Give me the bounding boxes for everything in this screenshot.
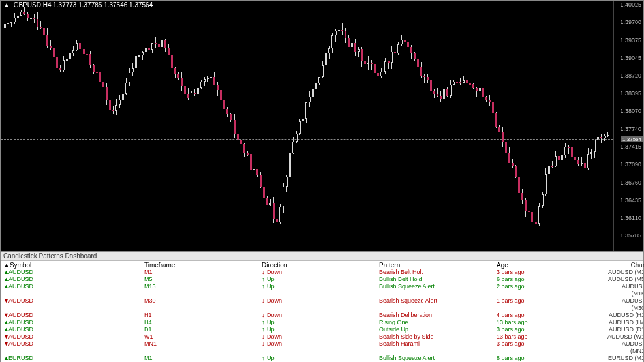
table-row[interactable]: ▲AUDUSDD1↑UpOutside Up3 bars agoAUDUSD (… (1, 326, 643, 333)
cell-direction: Up (267, 319, 275, 325)
app-window: ▲ GBPUSD,H4 1.37773 1.37785 1.37546 1.37… (0, 0, 644, 362)
cell-age: 3 bars ago (497, 326, 607, 333)
row-dir-icon: ▲ (3, 326, 8, 333)
row-dir-icon: ▼ (3, 297, 8, 305)
chart-area[interactable]: ▲ GBPUSD,H4 1.37773 1.37785 1.37546 1.37… (1, 1, 643, 251)
cell-symbol: AUDUSD (8, 269, 33, 275)
cell-chart-link[interactable]: AUDUSD (M5) (607, 276, 643, 283)
table-row[interactable]: ▲EURUSDM1↑UpBullish Squeeze Alert8 bars … (1, 355, 643, 362)
cell-symbol: AUDUSD (8, 283, 33, 290)
cell-direction: Down (267, 333, 282, 340)
table-row[interactable]: ▼AUDUSDW1↓DownBearish Side by Side13 bar… (1, 333, 643, 340)
cell-age: 3 bars ago (497, 269, 607, 276)
cell-timeframe: W1 (144, 333, 262, 340)
cell-pattern: Bullish Squeeze Alert (379, 355, 497, 362)
direction-arrow-icon: ↓ (262, 269, 267, 276)
y-axis: 1.400251.397001.393751.390451.387201.383… (613, 1, 643, 251)
direction-arrow-icon: ↑ (262, 283, 267, 290)
cell-chart-link[interactable]: AUDUSD (MN1) (607, 340, 643, 355)
dashboard-panel: Candlestick Patterns Dashboard ▲Symbol T… (1, 251, 643, 362)
y-tick: 1.35785 (620, 232, 641, 239)
cell-pattern: Bearish Deliberation (379, 312, 497, 319)
col-symbol[interactable]: Symbol (10, 262, 31, 269)
cell-symbol: AUDUSD (8, 319, 33, 325)
col-direction[interactable]: Direction (262, 262, 379, 269)
title-arrow-icon: ▲ (3, 1, 10, 8)
y-tick: 1.37415 (620, 143, 641, 150)
cell-symbol: AUDUSD (8, 333, 33, 340)
chart-title: ▲ GBPUSD,H4 1.37773 1.37785 1.37546 1.37… (3, 1, 153, 8)
row-dir-icon: ▲ (3, 355, 8, 362)
table-row[interactable]: ▲AUDUSDM1↓DownBearish Belt Holt3 bars ag… (1, 269, 643, 276)
y-tick: 1.38070 (620, 108, 641, 114)
table-row[interactable]: ▼AUDUSDH1↓DownBearish Deliberation4 bars… (1, 312, 643, 319)
dashboard-title: Candlestick Patterns Dashboard (1, 252, 643, 261)
y-tick: 1.37740 (620, 126, 641, 132)
cell-direction: Up (267, 283, 275, 290)
sort-icon[interactable]: ▲ (3, 262, 10, 269)
table-row[interactable]: ▼AUDUSDMN1↓DownBearish Harami3 bars agoA… (1, 340, 643, 355)
direction-arrow-icon: ↑ (262, 355, 267, 362)
cell-pattern: Bullish Squeeze Alert (379, 283, 497, 297)
cell-direction: Up (267, 326, 275, 333)
direction-arrow-icon: ↑ (262, 276, 267, 283)
cell-age: 13 bars ago (497, 319, 607, 326)
y-tick: 1.39700 (620, 19, 641, 25)
table-row[interactable]: ▲AUDUSDM15↑UpBullish Squeeze Alert2 bars… (1, 283, 643, 297)
title-tf: H4 (43, 1, 52, 8)
table-row[interactable]: ▲AUDUSDM5↑UpBullish Belt Hold6 bars agoA… (1, 276, 643, 283)
cell-direction: Up (267, 276, 275, 282)
col-age[interactable]: Age (497, 262, 607, 269)
cell-chart-link[interactable]: AUDUSD (D1) (607, 326, 643, 333)
cell-pattern: Bearish Squeeze Alert (379, 297, 497, 312)
row-dir-icon: ▲ (3, 276, 8, 283)
cell-timeframe: M1 (144, 269, 262, 276)
row-dir-icon: ▲ (3, 269, 8, 276)
candlesticks (4, 7, 610, 245)
row-dir-icon: ▼ (3, 340, 8, 348)
cell-chart-link[interactable]: AUDUSD (M30) (607, 297, 643, 312)
cell-age: 8 bars ago (497, 355, 607, 362)
cell-age: 13 bars ago (497, 333, 607, 340)
current-price-line (1, 139, 613, 140)
cell-symbol: AUDUSD (8, 276, 33, 282)
cell-chart-link[interactable]: AUDUSD (H4) (607, 319, 643, 326)
y-tick: 1.39045 (620, 55, 641, 61)
cell-age: 6 bars ago (497, 276, 607, 283)
cell-symbol: EURUSD (8, 355, 33, 361)
cell-timeframe: MN1 (144, 340, 262, 355)
direction-arrow-icon: ↓ (262, 340, 267, 348)
y-tick: 1.36760 (620, 179, 641, 186)
table-row[interactable]: ▲AUDUSDH4↑UpRising One13 bars agoAUDUSD … (1, 319, 643, 326)
direction-arrow-icon: ↓ (262, 333, 267, 340)
col-timeframe[interactable]: Timeframe (144, 262, 262, 269)
y-tick: 1.37090 (620, 161, 641, 168)
y-tick: 1.40025 (620, 1, 641, 8)
table-row[interactable]: ▼AUDUSDM30↓DownBearish Squeeze Alert1 ba… (1, 297, 643, 312)
cell-direction: Down (267, 340, 282, 347)
cell-timeframe: M30 (144, 297, 262, 312)
cell-chart-link[interactable]: AUDUSD (W1) (607, 333, 643, 340)
cell-timeframe: M5 (144, 276, 262, 283)
cell-chart-link[interactable]: AUDUSD (M1) (607, 269, 643, 276)
col-chart[interactable]: Chart (607, 262, 644, 269)
cell-direction: Down (267, 312, 282, 318)
direction-arrow-icon: ↑ (262, 326, 267, 333)
cell-pattern: Bearish Harami (379, 340, 497, 355)
y-tick: 1.38395 (620, 90, 641, 97)
cell-chart-link[interactable]: AUDUSD (M15) (607, 283, 643, 297)
cell-pattern: Bearish Belt Holt (379, 269, 497, 276)
direction-arrow-icon: ↑ (262, 319, 267, 326)
cell-pattern: Outside Up (379, 326, 497, 333)
direction-arrow-icon: ↓ (262, 312, 267, 319)
cell-age: 2 bars ago (497, 283, 607, 297)
cell-age: 4 bars ago (497, 312, 607, 319)
cell-timeframe: M1 (144, 355, 262, 362)
col-pattern[interactable]: Pattern (379, 262, 497, 269)
direction-arrow-icon: ↓ (262, 297, 267, 305)
row-dir-icon: ▲ (3, 319, 8, 326)
cell-chart-link[interactable]: EURUSD (M1) (607, 355, 643, 362)
row-dir-icon: ▼ (3, 333, 8, 340)
cell-chart-link[interactable]: AUDUSD (H1) (607, 312, 643, 319)
cell-symbol: AUDUSD (8, 340, 33, 347)
